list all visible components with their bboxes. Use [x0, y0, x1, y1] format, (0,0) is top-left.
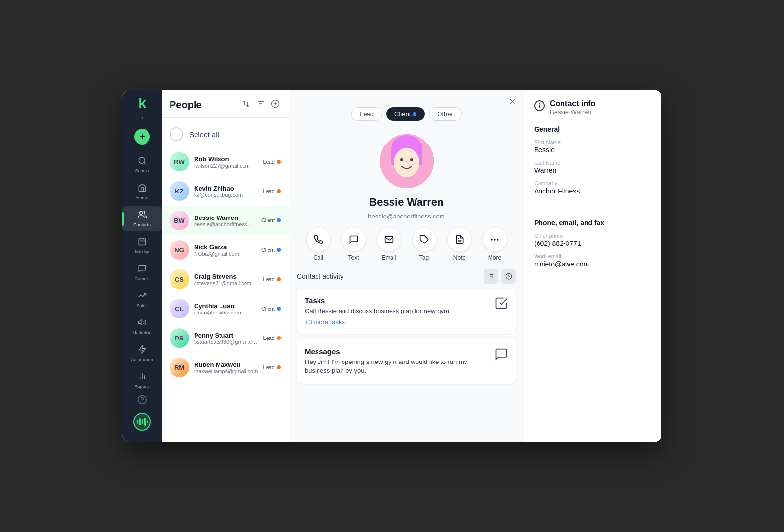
- more-label: More: [488, 254, 501, 261]
- list-item[interactable]: RM Ruben Maxwell maxwelllamps@gmail.com …: [162, 353, 289, 382]
- user-avatar[interactable]: [133, 413, 151, 431]
- client-dot: [277, 307, 281, 311]
- tasks-more-link[interactable]: +3 more tasks: [305, 318, 489, 326]
- tab-client[interactable]: Client: [386, 107, 425, 121]
- tasks-card: Tasks Call Bessie and discuss business p…: [297, 289, 516, 334]
- list-item[interactable]: CL Cynthia Luan cluan@newbiz.com Client: [162, 294, 289, 323]
- avatar-initials: CS: [175, 276, 184, 283]
- messages-card-content: Messages Hey Jim! I'm opening a new gym …: [305, 347, 489, 375]
- sidebar-item-contacts[interactable]: Contacts: [122, 206, 162, 231]
- tag-button[interactable]: Tag: [413, 228, 436, 261]
- list-item[interactable]: BW Bessie Warren bessie@anchorfitness.co…: [162, 206, 289, 235]
- client-tab-dot: [413, 112, 416, 116]
- filter-button[interactable]: [255, 98, 266, 111]
- note-label: Note: [453, 254, 466, 261]
- tag-label: Tag: [419, 254, 429, 261]
- avatar: NG: [170, 240, 189, 260]
- work-email-label: Work email: [534, 253, 652, 259]
- lead-dot: [277, 189, 281, 193]
- people-header: People: [162, 90, 289, 118]
- email-label: Email: [381, 254, 396, 261]
- contact-email: bessie@anchorfitness.com: [194, 221, 256, 227]
- status-badge: Lead: [263, 276, 281, 282]
- sidebar-item-sales[interactable]: Sales: [122, 287, 162, 312]
- tab-other[interactable]: Other: [429, 107, 462, 121]
- contact-info: Kevin Zhihao kz@consultbug.com: [194, 185, 258, 198]
- activity-section-header: Contact activity: [297, 269, 516, 284]
- email-icon: [377, 228, 401, 251]
- sidebar-item-home[interactable]: Home: [122, 179, 162, 204]
- divider: [534, 211, 652, 211]
- last-name-label: Last Name: [534, 160, 652, 166]
- sidebar-item-search[interactable]: Search: [122, 152, 162, 177]
- text-label: Text: [348, 254, 359, 261]
- sidebar-item-comms[interactable]: Comms: [122, 260, 162, 285]
- select-all-row[interactable]: Select all: [162, 121, 289, 147]
- svg-point-30: [494, 239, 495, 240]
- info-icon: ℹ: [534, 100, 545, 111]
- add-contact-button[interactable]: [270, 98, 281, 111]
- info-panel-subtitle: Bessie Warren: [550, 108, 595, 116]
- avatar: BW: [170, 211, 189, 230]
- svg-point-25: [410, 158, 413, 161]
- company-value: Anchor Fitness: [534, 187, 652, 195]
- status-badge: Lead: [263, 335, 281, 341]
- people-header-actions: [241, 98, 281, 111]
- messages-card-icon: [494, 347, 508, 363]
- work-email-field: Work email mnieto@awe.com: [534, 253, 652, 268]
- last-name-field: Last Name Warren: [534, 160, 652, 174]
- last-name-value: Warren: [534, 167, 652, 174]
- list-item[interactable]: KZ Kevin Zhihao kz@consultbug.com Lead: [162, 176, 289, 206]
- sort-button[interactable]: [241, 98, 251, 111]
- activity-filter-btn[interactable]: [501, 269, 516, 284]
- avatar: KZ: [170, 181, 189, 201]
- text-button[interactable]: Text: [342, 228, 366, 261]
- client-dot: [277, 218, 281, 222]
- comms-icon: [138, 264, 147, 275]
- sidebar-item-reports[interactable]: Reports: [122, 368, 162, 393]
- tab-lead[interactable]: Lead: [351, 107, 382, 121]
- contact-detail-avatar: [380, 134, 434, 188]
- tasks-text: Call Bessie and discuss business plan fo…: [305, 307, 489, 315]
- sidebar-bottom: [133, 395, 151, 436]
- more-button[interactable]: More: [483, 228, 507, 261]
- email-button[interactable]: Email: [377, 228, 401, 261]
- myday-icon: [138, 237, 147, 248]
- badge-label: Lead: [263, 188, 275, 194]
- contact-name: Craig Stevens: [194, 273, 258, 280]
- status-badge: Client: [261, 218, 281, 223]
- avatar-initials: RW: [174, 158, 184, 166]
- people-panel: People Select all RW: [162, 90, 289, 442]
- help-button[interactable]: [137, 395, 147, 407]
- home-icon: [138, 183, 147, 194]
- note-button[interactable]: Note: [448, 228, 471, 261]
- contact-email: cstevens31@gmail.com: [194, 280, 258, 286]
- select-all-checkbox[interactable]: [170, 127, 183, 141]
- sidebar-add-button[interactable]: +: [134, 129, 150, 145]
- sidebar-item-myday[interactable]: My day: [122, 233, 162, 258]
- call-button[interactable]: Call: [307, 228, 330, 261]
- list-item[interactable]: RW Rob Wilson rwilson227@gmail.com Lead: [162, 147, 289, 176]
- avatar-initials: BW: [174, 217, 185, 224]
- list-item[interactable]: CS Craig Stevens cstevens31@gmail.com Le…: [162, 265, 289, 294]
- close-button[interactable]: ✕: [509, 97, 516, 107]
- contact-name: Cynthia Luan: [194, 302, 256, 310]
- lead-dot: [277, 365, 281, 369]
- call-label: Call: [313, 254, 323, 261]
- lead-dot: [277, 336, 281, 340]
- sidebar-collapse-btn[interactable]: ›: [141, 113, 144, 121]
- work-email-value: mnieto@awe.com: [534, 260, 652, 268]
- sidebar-item-marketing[interactable]: Marketing: [122, 314, 162, 339]
- messages-title: Messages: [305, 347, 489, 356]
- messages-text: Hey Jim! I'm opening a new gym and would…: [305, 358, 489, 375]
- marketing-icon: [138, 318, 147, 329]
- activity-list-view-btn[interactable]: [484, 269, 498, 284]
- sidebar-item-automation[interactable]: Automation: [122, 341, 162, 366]
- status-badge: Client: [261, 247, 281, 253]
- people-list: Select all RW Rob Wilson rwilson227@gmai…: [162, 118, 289, 442]
- list-item[interactable]: NG Nick Garza NGbiz@gmail.com Client: [162, 235, 289, 265]
- avatar-initials: KZ: [175, 188, 183, 195]
- list-item[interactable]: PS Penny Stuart pstuartcats930@gmail.com…: [162, 323, 289, 353]
- contact-name: Bessie Warren: [194, 214, 256, 221]
- sidebar-item-label-reports: Reports: [134, 384, 150, 389]
